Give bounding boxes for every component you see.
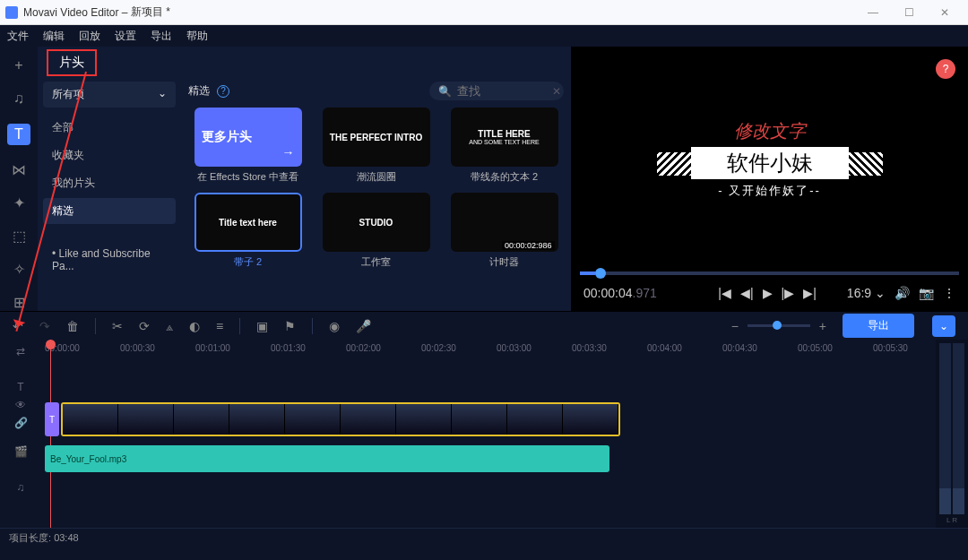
preview-text-top: 修改文字 [734,119,806,143]
menu-edit[interactable]: 编辑 [43,29,65,44]
marker-icon[interactable]: ⚑ [284,319,296,333]
redo-icon[interactable]: ↷ [39,319,50,333]
zoom-slider[interactable] [748,324,810,327]
track-headers: ⇄ T 👁 🔗 🎬 ♫ [0,340,41,528]
category-dropdown[interactable]: 所有项 ⌄ [43,82,176,108]
panel-title: 片头 [47,49,97,76]
volume-icon[interactable]: 🔊 [895,286,910,300]
side-like[interactable]: Like and Subscribe Pa... [43,242,176,278]
search-input[interactable] [457,84,547,98]
more-icon[interactable]: ⋮ [943,286,955,300]
gallery-label: 精选 [188,83,210,99]
project-name: 新项目 * [131,4,170,20]
side-fav[interactable]: 收藏夹 [43,142,176,168]
ruler-tick: 00:04:30 [722,343,757,353]
timeline: ⇄ T 👁 🔗 🎬 ♫ 00:00:0000:00:3000:01:0000:0… [0,340,968,528]
ruler-tick: 00:05:30 [873,343,908,353]
seek-bar[interactable] [580,271,959,275]
mic-icon[interactable]: 🎤 [356,319,371,333]
ruler-tick: 00:04:00 [647,343,682,353]
side-mine[interactable]: 我的片头 [43,170,176,196]
export-button[interactable]: 导出 [843,314,914,338]
title-thumb[interactable]: Title text here [194,193,302,252]
rotate-icon[interactable]: ⟳ [139,319,150,333]
titles-panel: 片头 所有项 ⌄ 全部 收藏夹 我的片头 精选 Like and Subscri… [38,47,571,311]
export-dropdown[interactable]: ⌄ [932,315,955,337]
menu-playback[interactable]: 回放 [79,29,100,44]
preview-controls: 00:00:04.971 |◀ ◀| ▶ |▶ ▶| 16:9 ⌄ 🔊 📷 ⋮ [571,275,968,311]
zoom-in-icon[interactable]: + [819,319,826,333]
dropdown-label: 所有项 [52,87,84,102]
undo-icon[interactable]: ↶ [13,319,23,333]
thumb-label: 带线条的文本 2 [471,170,538,184]
audio-clip[interactable]: Be_Your_Fool.mp3 [45,445,609,472]
audio-clip-label: Be_Your_Fool.mp3 [50,454,126,464]
thumb-label: 带子 2 [234,255,262,269]
time-ruler[interactable]: 00:00:0000:00:3000:01:0000:01:3000:02:00… [41,340,936,359]
preview-area: ? 修改文字 软件小妹 - 又开始作妖了-- 00:00:04.971 |◀ ◀… [571,47,968,311]
menu-help[interactable]: 帮助 [186,29,208,44]
title-thumb[interactable]: TITLE HEREAND SOME TEXT HERE [451,108,558,167]
title-thumb[interactable]: THE PERFECT INTRO [323,108,430,167]
elements-icon[interactable]: ✧ [10,261,28,278]
effects-icon[interactable]: ✦ [10,194,28,211]
adjust-icon[interactable]: ≡ [216,319,223,333]
transition-icon[interactable]: ▣ [256,319,268,333]
search-icon: 🔍 [438,85,452,98]
minimize-button[interactable]: — [855,6,891,19]
text-track-icon[interactable]: T [17,381,23,393]
chevron-down-icon: ⌄ [158,87,167,102]
play-icon[interactable]: ▶ [763,286,773,300]
video-clip[interactable] [61,402,620,436]
stickers-icon[interactable]: ⬚ [10,228,28,245]
prev-frame-icon[interactable]: ◀| [740,286,754,300]
link-icon[interactable]: 🔗 [14,417,28,429]
status-value: 03:48 [54,532,79,543]
zoom-out-icon[interactable]: − [731,319,739,333]
next-frame-icon[interactable]: |▶ [782,286,795,300]
transitions-icon[interactable]: ⋈ [10,161,28,178]
audio-track-icon[interactable]: ♫ [17,481,25,494]
side-featured[interactable]: 精选 [43,198,176,224]
clear-icon[interactable]: ✕ [552,85,561,98]
more-icon[interactable]: ⊞ [10,294,28,311]
help-icon[interactable]: ? [217,85,229,98]
thumb-label: 潮流圆圈 [357,170,396,184]
menu-file[interactable]: 文件 [7,29,29,44]
aspect-ratio[interactable]: 16:9 ⌄ [847,286,886,300]
ruler-tick: 00:00:30 [120,343,155,353]
titles-icon[interactable]: T [7,124,30,145]
skip-start-icon[interactable]: |◀ [718,286,731,300]
ruler-tick: 00:02:00 [346,343,381,353]
help-button[interactable]: ? [936,59,955,79]
seek-knob[interactable] [595,268,606,279]
timeline-body[interactable]: 00:00:0000:00:3000:01:0000:01:3000:02:00… [41,340,936,528]
preview-canvas[interactable]: 修改文字 软件小妹 - 又开始作妖了-- [571,47,968,271]
title-thumb[interactable]: 00:00:02:986 [451,193,558,252]
cut-icon[interactable]: ✂ [112,319,123,333]
eye-icon[interactable]: 👁 [15,399,26,411]
menu-export[interactable]: 导出 [151,29,172,44]
ruler-tick: 00:02:30 [421,343,456,353]
preview-text-bottom: - 又开始作妖了-- [718,183,821,199]
close-button[interactable]: ✕ [927,6,963,19]
title-thumb[interactable]: STUDIO [323,193,430,252]
snapshot-icon[interactable]: 📷 [919,286,934,300]
menu-settings[interactable]: 设置 [115,29,136,44]
skip-end-icon[interactable]: ▶| [803,286,817,300]
title-thumb[interactable]: 更多片头→ [194,108,302,167]
music-icon[interactable]: ♫ [10,90,28,108]
side-all[interactable]: 全部 [43,115,176,141]
crop-icon[interactable]: ⟁ [166,319,173,333]
maximize-button[interactable]: ☐ [891,6,927,19]
title-clip[interactable]: T [45,402,59,436]
delete-icon[interactable]: 🗑 [66,319,79,333]
color-icon[interactable]: ◐ [189,319,200,333]
search-box[interactable]: 🔍 ✕ [429,82,564,100]
video-track-icon[interactable]: 🎬 [14,445,28,458]
app-logo-icon [5,6,18,19]
add-track-icon[interactable]: ⇄ [16,345,25,358]
add-icon[interactable]: + [10,57,28,74]
audio-meters: L R [936,340,968,528]
record-icon[interactable]: ◉ [329,319,340,333]
